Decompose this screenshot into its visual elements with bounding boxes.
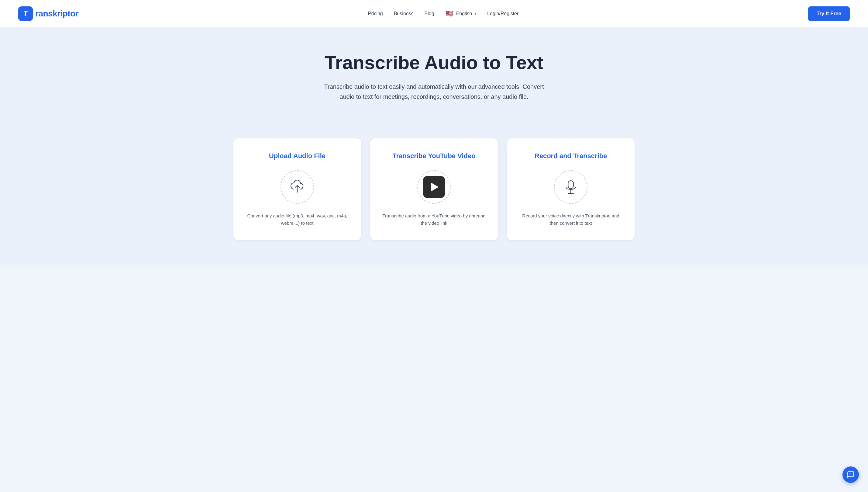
logo-icon: T [18, 6, 33, 21]
svg-point-6 [851, 474, 852, 475]
svg-point-5 [850, 474, 851, 475]
upload-cloud-icon [289, 178, 306, 196]
record-card-desc: Record your voice directly with Transkri… [518, 212, 624, 227]
youtube-card-desc: Transcribe audio from a YouTube video by… [381, 212, 487, 227]
logo-name-text: ranskriptor [35, 9, 78, 18]
hero-section: Transcribe Audio to Text Transcribe audi… [0, 27, 868, 138]
logo-text: ranskriptor [35, 9, 78, 19]
hero-subtitle: Transcribe audio to text easily and auto… [318, 82, 550, 102]
chevron-down-icon: ▾ [475, 11, 476, 16]
language-selector[interactable]: 🇺🇸 English ▾ [445, 9, 476, 18]
cards-section: Upload Audio File Convert any audio file… [0, 138, 868, 265]
upload-icon-wrapper [281, 170, 314, 204]
record-card-title: Record and Transcribe [535, 152, 607, 161]
youtube-icon-wrapper [417, 170, 451, 204]
mic-icon-wrapper [554, 170, 587, 204]
youtube-card-title: Transcribe YouTube Video [392, 152, 475, 161]
record-card[interactable]: Record and Transcribe Record your voice … [507, 138, 635, 240]
youtube-card[interactable]: Transcribe YouTube Video Transcribe audi… [370, 138, 498, 240]
youtube-play-icon [423, 176, 445, 198]
main-nav: Pricing Business Blog 🇺🇸 English ▾ Login… [368, 9, 519, 18]
nav-business[interactable]: Business [394, 11, 414, 17]
upload-card[interactable]: Upload Audio File Convert any audio file… [233, 138, 361, 240]
microphone-icon [562, 178, 579, 196]
chat-support-button[interactable] [842, 466, 859, 483]
login-register-link[interactable]: Login/Register [487, 11, 518, 17]
language-label: English [456, 11, 472, 17]
try-free-button[interactable]: Try It Free [808, 6, 850, 21]
nav-pricing[interactable]: Pricing [368, 11, 383, 17]
logo[interactable]: T ranskriptor [18, 6, 78, 21]
svg-point-4 [849, 474, 850, 475]
upload-card-desc: Convert any audio file (mp3, mp4, wav, a… [244, 212, 350, 227]
header: T ranskriptor Pricing Business Blog 🇺🇸 E… [0, 0, 868, 27]
nav-blog[interactable]: Blog [425, 11, 434, 17]
upload-card-title: Upload Audio File [269, 152, 326, 161]
hero-title: Transcribe Audio to Text [18, 52, 850, 73]
chat-icon [847, 471, 854, 478]
svg-rect-1 [568, 181, 573, 189]
flag-icon: 🇺🇸 [445, 9, 454, 18]
